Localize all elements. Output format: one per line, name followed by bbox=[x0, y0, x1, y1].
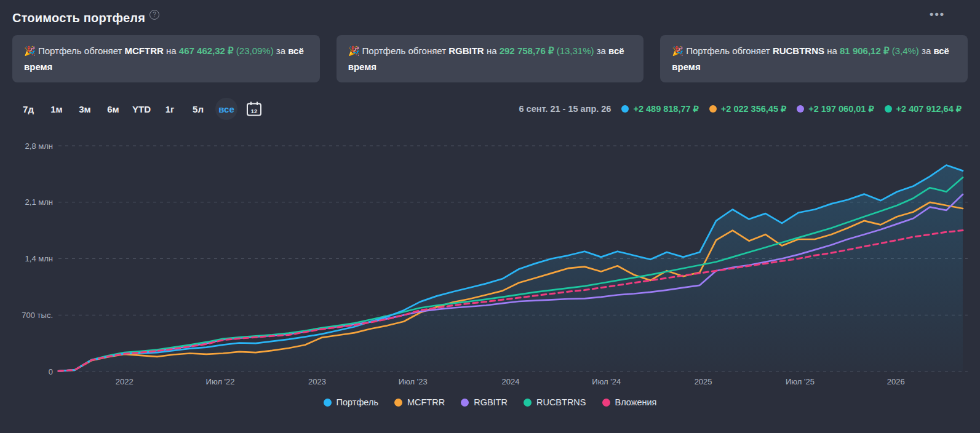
banner-text: Портфель обгоняет bbox=[686, 46, 770, 56]
banner-percent: (13,31%) bbox=[557, 46, 594, 56]
rucbtrns-dot-icon bbox=[524, 399, 532, 407]
x-axis-label: Июл '23 bbox=[399, 377, 428, 386]
mcftrr-dot-icon bbox=[394, 399, 402, 407]
banner-percent: (3,4%) bbox=[892, 46, 919, 56]
benchmark-banners: 🎉 Портфель обгоняет MCFTRR на 467 462,32… bbox=[12, 35, 968, 82]
legend-label: Вложения bbox=[615, 397, 657, 407]
y-axis-label: 0 bbox=[49, 367, 53, 376]
x-axis-label: 2025 bbox=[695, 377, 712, 386]
widget-header: Стоимость портфеля ? ••• bbox=[12, 11, 968, 25]
legend-label: RGBITR bbox=[474, 397, 508, 407]
range-1y[interactable]: 1г bbox=[159, 98, 181, 120]
party-emoji: 🎉 bbox=[24, 46, 36, 56]
banner-rgbitr: 🎉 Портфель обгоняет RGBITR на 292 758,76… bbox=[337, 35, 644, 82]
banner-ticker: RUCBTRNS bbox=[773, 46, 824, 56]
range-1m[interactable]: 1м bbox=[46, 98, 68, 120]
svg-text:12: 12 bbox=[251, 108, 258, 114]
range-all[interactable]: все bbox=[215, 98, 237, 120]
banner-amount: 467 462,32 ₽ bbox=[179, 46, 234, 56]
summary-value: +2 489 818,77 ₽ bbox=[633, 104, 698, 114]
x-axis-label: Июл '22 bbox=[206, 377, 235, 386]
banner-percent: (23,09%) bbox=[236, 46, 274, 56]
banner-amount: 81 906,12 ₽ bbox=[840, 46, 889, 56]
y-axis-label: 700 тыс. bbox=[22, 311, 53, 320]
portfolio-dot-icon bbox=[621, 105, 629, 113]
summary-rucbtrns: +2 407 912,64 ₽ bbox=[885, 104, 962, 114]
chart-legend: Портфель MCFTRR RGBITR RUCBTRNS Вложения bbox=[12, 397, 968, 407]
banner-ticker: MCFTRR bbox=[125, 46, 164, 56]
help-icon[interactable]: ? bbox=[149, 10, 159, 20]
portfolio-dot-icon bbox=[324, 399, 332, 407]
chart-controls: 7д 1м 3м 6м YTD 1г 5л все 12 6 сент. 21 … bbox=[12, 97, 968, 121]
banner-mcftrr: 🎉 Портфель обгоняет MCFTRR на 467 462,32… bbox=[12, 35, 320, 82]
period-summary: 6 сент. 21 - 15 апр. 26 +2 489 818,77 ₽ … bbox=[519, 104, 962, 114]
y-axis-label: 2,1 млн bbox=[25, 197, 53, 207]
vlozheniya-dot-icon bbox=[602, 399, 610, 407]
x-axis-label: 2023 bbox=[308, 377, 326, 386]
x-axis-label: 2024 bbox=[502, 377, 520, 386]
legend-item-vlozheniya[interactable]: Вложения bbox=[602, 397, 657, 407]
legend-item-rucbtrns[interactable]: RUCBTRNS bbox=[524, 397, 586, 407]
rgbitr-dot-icon bbox=[797, 105, 804, 113]
portfolio-value-chart[interactable]: 0700 тыс.1,4 млн2,1 млн2,8 млн2022Июл '2… bbox=[12, 124, 968, 396]
page-title: Стоимость портфеля bbox=[12, 11, 145, 25]
x-axis-label: 2022 bbox=[116, 377, 133, 386]
rgbitr-dot-icon bbox=[461, 399, 469, 407]
summary-value: +2 407 912,64 ₽ bbox=[896, 104, 962, 114]
legend-label: Портфель bbox=[337, 397, 378, 407]
range-6m[interactable]: 6м bbox=[102, 98, 124, 120]
rucbtrns-dot-icon bbox=[885, 105, 892, 113]
calendar-icon: 12 bbox=[246, 101, 262, 117]
range-selector: 7д 1м 3м 6м YTD 1г 5л все 12 bbox=[17, 98, 262, 120]
x-axis-label: Июл '24 bbox=[592, 377, 621, 386]
portfolio-area-fill bbox=[58, 165, 963, 372]
mcftrr-dot-icon bbox=[709, 105, 717, 113]
banner-ticker: RGBITR bbox=[448, 46, 484, 56]
range-3m[interactable]: 3м bbox=[74, 98, 96, 120]
summary-value: +2 022 356,45 ₽ bbox=[721, 104, 786, 114]
banner-text: Портфель обгоняет bbox=[362, 46, 446, 56]
banner-rucbtrns: 🎉 Портфель обгоняет RUCBTRNS на 81 906,1… bbox=[660, 35, 968, 82]
x-axis-label: Июл '25 bbox=[786, 377, 815, 386]
legend-label: RUCBTRNS bbox=[536, 397, 586, 407]
summary-portfolio: +2 489 818,77 ₽ bbox=[621, 104, 698, 114]
portfolio-widget: Стоимость портфеля ? ••• 🎉 Портфель обго… bbox=[0, 0, 980, 407]
banner-amount: 292 758,76 ₽ bbox=[500, 46, 554, 56]
y-axis-label: 1,4 млн bbox=[25, 254, 53, 263]
legend-item-mcftrr[interactable]: MCFTRR bbox=[394, 397, 445, 407]
summary-rgbitr: +2 197 060,01 ₽ bbox=[797, 104, 874, 114]
banner-text: Портфель обгоняет bbox=[38, 46, 122, 56]
ellipsis-menu-icon[interactable]: ••• bbox=[930, 11, 945, 17]
date-range-label: 6 сент. 21 - 15 апр. 26 bbox=[519, 104, 612, 114]
range-7d[interactable]: 7д bbox=[17, 98, 39, 120]
chart-area: 0700 тыс.1,4 млн2,1 млн2,8 млн2022Июл '2… bbox=[12, 124, 968, 396]
legend-item-portfolio[interactable]: Портфель bbox=[324, 397, 378, 407]
party-emoji: 🎉 bbox=[348, 46, 360, 56]
party-emoji: 🎉 bbox=[672, 46, 683, 56]
range-5y[interactable]: 5л bbox=[187, 98, 209, 120]
y-axis-label: 2,8 млн bbox=[25, 141, 53, 151]
range-ytd[interactable]: YTD bbox=[130, 98, 153, 120]
legend-label: MCFTRR bbox=[407, 397, 445, 407]
calendar-button[interactable]: 12 bbox=[246, 101, 262, 117]
legend-item-rgbitr[interactable]: RGBITR bbox=[461, 397, 508, 407]
x-axis-label: 2026 bbox=[887, 377, 905, 386]
summary-mcftrr: +2 022 356,45 ₽ bbox=[709, 104, 786, 114]
summary-value: +2 197 060,01 ₽ bbox=[808, 104, 874, 114]
